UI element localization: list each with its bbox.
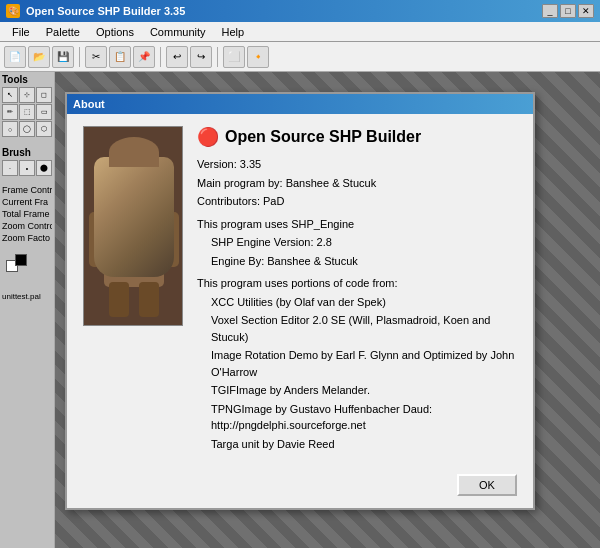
about-image xyxy=(83,126,183,326)
toolbar-separator-2 xyxy=(160,47,161,67)
svg-rect-1 xyxy=(104,207,164,287)
shp-engine-intro: This program uses SHP_Engine xyxy=(197,216,517,233)
new-button[interactable]: 📄 xyxy=(4,46,26,68)
frame-control-label: Frame Contro xyxy=(2,184,52,196)
about-app-icon: 🔴 xyxy=(197,126,219,148)
menu-help[interactable]: Help xyxy=(214,24,253,40)
menu-palette[interactable]: Palette xyxy=(38,24,88,40)
version-line: Version: 3.35 xyxy=(197,156,517,173)
tool-6[interactable]: ▭ xyxy=(36,104,52,120)
cut-button[interactable]: ✂ xyxy=(85,46,107,68)
svg-rect-10 xyxy=(161,212,179,267)
frame-labels: Frame Contro Current Fra Total Frame Zoo… xyxy=(2,184,52,244)
total-frames-label: Total Frame xyxy=(2,208,52,220)
svg-point-6 xyxy=(143,184,149,190)
menu-bar: File Palette Options Community Help xyxy=(0,22,600,42)
tool-1[interactable]: ↖ xyxy=(2,87,18,103)
canvas-area[interactable]: About xyxy=(55,72,600,548)
brush-1[interactable]: · xyxy=(2,160,18,176)
minimize-button[interactable]: _ xyxy=(542,4,558,18)
undo-button[interactable]: ↩ xyxy=(166,46,188,68)
svg-point-3 xyxy=(116,181,128,193)
tool-7[interactable]: ○ xyxy=(2,121,18,137)
background-color[interactable] xyxy=(15,254,27,266)
svg-rect-11 xyxy=(109,282,129,317)
main-program-line: Main program by: Banshee & Stucuk xyxy=(197,175,517,192)
about-title-bar: About xyxy=(67,94,533,114)
left-sidebar: Tools ↖ ⊹ ◻ ✏ ⬚ ▭ ○ ◯ ⬡ Brush · • ⬤ Fram… xyxy=(0,72,55,548)
brush-2[interactable]: • xyxy=(19,160,35,176)
close-button[interactable]: ✕ xyxy=(578,4,594,18)
menu-community[interactable]: Community xyxy=(142,24,214,40)
svg-rect-2 xyxy=(109,172,159,212)
code-intro: This program uses portions of code from: xyxy=(197,275,517,292)
shp-version: SHP Engine Version: 2.8 xyxy=(197,234,517,251)
paste-button[interactable]: 📌 xyxy=(133,46,155,68)
maximize-button[interactable]: □ xyxy=(560,4,576,18)
brush-3[interactable]: ⬤ xyxy=(36,160,52,176)
about-dialog: About xyxy=(65,92,535,510)
tools-grid: ↖ ⊹ ◻ ✏ ⬚ ▭ ○ ◯ ⬡ xyxy=(2,87,52,137)
svg-rect-9 xyxy=(89,212,107,267)
svg-point-8 xyxy=(129,150,139,160)
menu-file[interactable]: File xyxy=(4,24,38,40)
main-area: Tools ↖ ⊹ ◻ ✏ ⬚ ▭ ○ ◯ ⬡ Brush · • ⬤ Fram… xyxy=(0,72,600,548)
svg-rect-14 xyxy=(116,203,152,208)
svg-point-5 xyxy=(119,184,125,190)
svg-rect-0 xyxy=(84,127,183,326)
redo-button[interactable]: ↪ xyxy=(190,46,212,68)
export-button[interactable]: ⬜ xyxy=(223,46,245,68)
tool-4[interactable]: ✏ xyxy=(2,104,18,120)
targa-line: Targa unit by Davie Reed xyxy=(197,436,517,453)
tool-8[interactable]: ◯ xyxy=(19,121,35,137)
voxel-line: Voxel Section Editor 2.0 SE (Will, Plasm… xyxy=(197,312,517,345)
import-button[interactable]: 🔸 xyxy=(247,46,269,68)
contributors-line: Contributors: PaD xyxy=(197,193,517,210)
open-button[interactable]: 📂 xyxy=(28,46,50,68)
tool-3[interactable]: ◻ xyxy=(36,87,52,103)
palette-bar xyxy=(2,252,52,272)
toolbar-separator-3 xyxy=(217,47,218,67)
about-dialog-title: About xyxy=(73,98,105,110)
engine-by: Engine By: Banshee & Stucuk xyxy=(197,253,517,270)
about-content: 🔴 Open Source SHP Builder Version: 3.35 … xyxy=(67,114,533,466)
svg-rect-12 xyxy=(139,282,159,317)
current-frame-label: Current Fra xyxy=(2,196,52,208)
svg-rect-7 xyxy=(131,157,137,177)
image-rotation-line: Image Rotation Demo by Earl F. Glynn and… xyxy=(197,347,517,380)
app-icon: 🎨 xyxy=(6,4,20,18)
zoom-factor-label: Zoom Facto xyxy=(2,232,52,244)
save-button[interactable]: 💾 xyxy=(52,46,74,68)
palette-filename: unittest.pal xyxy=(2,292,52,301)
title-bar-controls: _ □ ✕ xyxy=(542,4,594,18)
title-bar-left: 🎨 Open Source SHP Builder 3.35 xyxy=(6,4,185,18)
toolbar: 📄 📂 💾 ✂ 📋 📌 ↩ ↪ ⬜ 🔸 xyxy=(0,42,600,72)
tgif-line: TGIFImage by Anders Melander. xyxy=(197,382,517,399)
tool-5[interactable]: ⬚ xyxy=(19,104,35,120)
toolbar-separator-1 xyxy=(79,47,80,67)
copy-button[interactable]: 📋 xyxy=(109,46,131,68)
png-line: TPNGImage by Gustavo Huffenbacher Daud: … xyxy=(197,401,517,434)
about-text: 🔴 Open Source SHP Builder Version: 3.35 … xyxy=(197,126,517,454)
window-title: Open Source SHP Builder 3.35 xyxy=(26,5,185,17)
xcc-line: XCC Utilities (by Olaf van der Spek) xyxy=(197,294,517,311)
menu-options[interactable]: Options xyxy=(88,24,142,40)
tool-2[interactable]: ⊹ xyxy=(19,87,35,103)
svg-point-4 xyxy=(140,181,152,193)
tool-9[interactable]: ⬡ xyxy=(36,121,52,137)
about-footer: OK xyxy=(67,466,533,508)
brush-grid: · • ⬤ xyxy=(2,160,52,176)
ok-button[interactable]: OK xyxy=(457,474,517,496)
zoom-control-label: Zoom Contro xyxy=(2,220,52,232)
title-bar: 🎨 Open Source SHP Builder 3.35 _ □ ✕ xyxy=(0,0,600,22)
brush-label: Brush xyxy=(2,147,52,158)
tools-label: Tools xyxy=(2,74,52,85)
svg-rect-13 xyxy=(114,222,154,242)
about-app-title: 🔴 Open Source SHP Builder xyxy=(197,126,517,148)
